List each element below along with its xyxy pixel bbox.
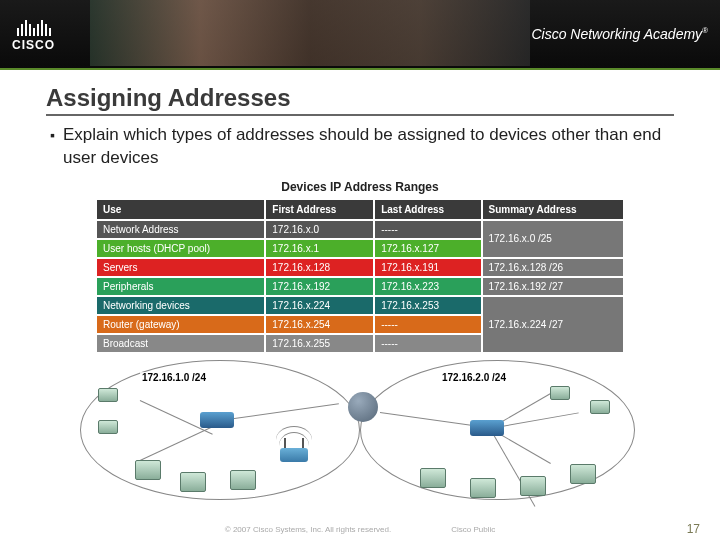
pc-icon: [420, 468, 446, 488]
table-row: Networking devices 172.16.x.224 172.16.x…: [97, 297, 623, 314]
server-icon: [550, 386, 570, 400]
slide-banner: CISCO Cisco Networking Academy®: [0, 0, 720, 70]
pc-icon: [135, 460, 161, 480]
server-icon: [98, 420, 118, 434]
footer-copyright: © 2007 Cisco Systems, Inc. All rights re…: [225, 525, 391, 534]
access-point-icon: [280, 448, 308, 462]
banner-photo-strip: [90, 0, 530, 66]
bullet-text: Explain which types of addresses should …: [63, 124, 674, 170]
subnet-label-2: 172.16.2.0 /24: [440, 372, 508, 383]
pc-icon: [570, 464, 596, 484]
slide-title: Assigning Addresses: [46, 84, 674, 116]
server-icon: [98, 388, 118, 402]
summary-1: 172.16.x.128 /26: [483, 259, 624, 276]
ip-ranges-table: Use First Address Last Address Summary A…: [95, 198, 625, 354]
th-first: First Address: [266, 200, 373, 219]
slide-footer: © 2007 Cisco Systems, Inc. All rights re…: [0, 525, 720, 534]
table-title: Devices IP Address Ranges: [95, 180, 625, 194]
ip-table-wrap: Devices IP Address Ranges Use First Addr…: [95, 180, 625, 354]
summary-3: 172.16.x.224 /27: [483, 297, 624, 352]
cisco-logo-bars-icon: [17, 16, 51, 36]
subnet-label-1: 172.16.1.0 /24: [140, 372, 208, 383]
summary-0: 172.16.x.0 /25: [483, 221, 624, 257]
router-icon: [348, 392, 378, 422]
table-row: Network Address 172.16.x.0 ----- 172.16.…: [97, 221, 623, 238]
slide-content: Assigning Addresses ▪ Explain which type…: [0, 70, 720, 510]
subnet-oval-1: [80, 360, 360, 500]
switch-icon: [470, 420, 504, 436]
switch-icon: [200, 412, 234, 428]
printer-icon: [590, 400, 610, 414]
bullet-item: ▪ Explain which types of addresses shoul…: [50, 124, 674, 170]
table-row: Servers 172.16.x.128 172.16.x.191 172.16…: [97, 259, 623, 276]
table-row: Peripherals 172.16.x.192 172.16.x.223 17…: [97, 278, 623, 295]
cisco-wordmark: CISCO: [12, 38, 55, 52]
bullet-square-icon: ▪: [50, 124, 55, 170]
pc-icon: [470, 478, 496, 498]
network-diagram: 172.16.1.0 /24 172.16.2.0 /24: [80, 360, 640, 510]
th-last: Last Address: [375, 200, 480, 219]
th-summary: Summary Address: [483, 200, 624, 219]
page-number: 17: [687, 522, 700, 536]
pc-icon: [180, 472, 206, 492]
th-use: Use: [97, 200, 264, 219]
pc-icon: [230, 470, 256, 490]
pc-icon: [520, 476, 546, 496]
summary-2: 172.16.x.192 /27: [483, 278, 624, 295]
cisco-logo: CISCO: [12, 16, 55, 52]
table-header-row: Use First Address Last Address Summary A…: [97, 200, 623, 219]
academy-label: Cisco Networking Academy®: [531, 26, 708, 42]
footer-classification: Cisco Public: [451, 525, 495, 534]
